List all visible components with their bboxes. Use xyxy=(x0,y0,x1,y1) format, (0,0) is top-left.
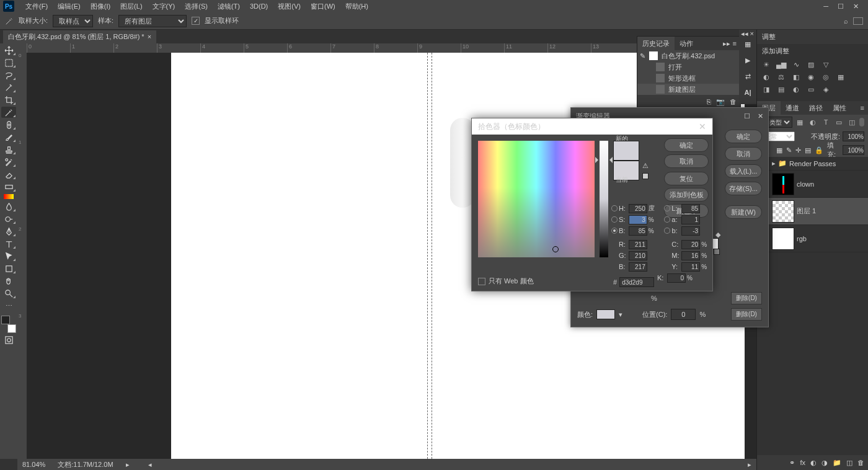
color-swatch[interactable] xyxy=(596,309,615,319)
ok-button[interactable]: 确定 xyxy=(725,130,762,143)
collapse-icon[interactable]: ◂◂ xyxy=(741,30,748,37)
blue-input[interactable] xyxy=(629,262,647,272)
show-ring-checkbox[interactable] xyxy=(192,17,200,25)
menu-edit[interactable]: 编辑(E) xyxy=(53,2,86,11)
layer-thumbnail[interactable] xyxy=(772,228,794,250)
layer-row-folder[interactable]: 👁 ▸ 📁 Render Passes xyxy=(757,157,868,171)
opacity-input[interactable] xyxy=(843,131,864,141)
adjustment-layer-icon[interactable]: ◑ xyxy=(822,459,828,467)
window-maximize[interactable]: ☐ xyxy=(838,2,844,11)
radio-l[interactable] xyxy=(664,205,670,211)
character-panel-icon[interactable]: A| xyxy=(739,84,756,100)
blur-tool[interactable] xyxy=(1,201,16,212)
chevron-right-icon[interactable]: ▸ xyxy=(126,461,130,469)
layer-name[interactable]: 图层 1 xyxy=(797,206,816,216)
ok-button[interactable]: 确定 xyxy=(664,138,709,152)
wand-tool[interactable] xyxy=(1,82,16,93)
stamp-tool[interactable] xyxy=(1,144,16,155)
lock-paint-icon[interactable]: ✎ xyxy=(786,146,792,154)
type-tool[interactable] xyxy=(1,238,16,249)
posterize-icon[interactable]: ▤ xyxy=(776,84,787,94)
chevron-right-icon[interactable]: ▸ xyxy=(772,159,776,167)
l-input[interactable] xyxy=(681,204,700,213)
healing-tool[interactable] xyxy=(1,119,16,130)
delete-button[interactable]: 删除(D) xyxy=(731,292,762,304)
layer-name[interactable]: rgb xyxy=(797,235,807,242)
color-swatches[interactable] xyxy=(1,316,16,333)
gradient-swatch[interactable] xyxy=(1,193,16,200)
close-icon[interactable]: × xyxy=(750,30,754,37)
scroll-right-icon[interactable]: ▸ xyxy=(748,461,751,469)
color-field[interactable] xyxy=(478,141,595,257)
quick-mask-toggle[interactable] xyxy=(1,334,16,345)
tab-adjustments[interactable]: 调整 xyxy=(757,30,868,44)
filter-smart-icon[interactable]: ◫ xyxy=(847,117,857,127)
crop-tool[interactable] xyxy=(1,94,16,105)
maximize-icon[interactable]: ☐ xyxy=(744,112,750,120)
path-select-tool[interactable] xyxy=(1,251,16,262)
new-layer-icon[interactable]: ◫ xyxy=(846,459,852,467)
guide-line[interactable] xyxy=(432,53,432,459)
y-input[interactable] xyxy=(681,262,700,272)
lab-b-input[interactable] xyxy=(681,226,700,236)
filter-type-icon[interactable]: T xyxy=(821,117,831,127)
tab-properties[interactable]: 属性 xyxy=(828,101,851,115)
window-close[interactable]: ✕ xyxy=(853,2,859,11)
pen-tool[interactable] xyxy=(1,226,16,237)
position-input[interactable] xyxy=(671,309,696,320)
lock-artboard-icon[interactable]: ▤ xyxy=(805,146,811,154)
history-step[interactable]: 新建图层 xyxy=(637,84,740,95)
sample-size-select[interactable]: 取样点 xyxy=(53,15,93,27)
menu-image[interactable]: 图像(I) xyxy=(86,2,115,11)
dodge-tool[interactable] xyxy=(1,213,16,224)
camera-icon[interactable]: 📷 xyxy=(716,98,725,106)
link-icon[interactable]: ⚭ xyxy=(789,459,795,467)
hue-icon[interactable]: ◐ xyxy=(761,72,772,82)
threshold-icon[interactable]: ◐ xyxy=(790,84,802,94)
eraser-tool[interactable] xyxy=(1,169,16,180)
ruler-origin[interactable] xyxy=(17,43,27,53)
cancel-button[interactable]: 取消 xyxy=(725,147,762,161)
new-button[interactable]: 新建(W) xyxy=(725,205,762,219)
m-input[interactable] xyxy=(681,251,700,260)
lock-position-icon[interactable]: ✛ xyxy=(795,146,801,154)
move-tool[interactable] xyxy=(1,45,16,56)
eyedropper-tool[interactable] xyxy=(1,107,16,118)
marquee-tool[interactable] xyxy=(1,57,16,68)
selective-color-icon[interactable]: ◈ xyxy=(820,84,831,94)
delete-layer-icon[interactable]: 🗑 xyxy=(857,459,864,466)
save-button[interactable]: 存储(S)... xyxy=(725,182,762,195)
h-input[interactable] xyxy=(629,204,647,213)
hand-tool[interactable] xyxy=(1,275,16,286)
filter-shape-icon[interactable]: ▭ xyxy=(834,117,844,127)
document-tab[interactable]: 白色牙刷.432.psd @ 81% (图层 1, RGB/8#) * × xyxy=(3,30,156,43)
window-minimize[interactable]: ─ xyxy=(823,2,828,11)
swatches-panel-icon[interactable]: ▦ xyxy=(739,36,756,52)
k-input[interactable] xyxy=(667,273,686,283)
collapse-icon[interactable]: ▸▸ xyxy=(723,40,730,48)
close-icon[interactable]: ✕ xyxy=(758,112,763,120)
layer-row[interactable]: 👁 rgb xyxy=(757,225,868,252)
photo-filter-icon[interactable]: ◉ xyxy=(805,72,817,82)
layer-row[interactable]: 👁 图层 1 xyxy=(757,198,868,225)
new-doc-icon[interactable]: ⎘ xyxy=(707,98,711,105)
layer-name[interactable]: Render Passes xyxy=(789,160,836,167)
more-tools[interactable]: ⋯ xyxy=(1,300,16,311)
load-button[interactable]: 载入(L)... xyxy=(725,164,762,178)
filter-toggle[interactable] xyxy=(859,118,864,126)
warning-icon[interactable]: ⚠ xyxy=(642,162,649,170)
web-safe-swatch[interactable] xyxy=(642,173,649,179)
invert-icon[interactable]: ◨ xyxy=(761,84,772,94)
gradient-map-icon[interactable]: ▭ xyxy=(805,84,817,94)
menu-layer[interactable]: 图层(L) xyxy=(115,2,147,11)
levels-icon[interactable]: ▄▆ xyxy=(776,60,787,69)
a-input[interactable] xyxy=(681,215,700,224)
history-snapshot[interactable]: ✎白色牙刷.432.psd xyxy=(637,50,740,61)
close-icon[interactable]: ✕ xyxy=(699,122,706,131)
menu-view[interactable]: 视图(V) xyxy=(273,2,306,11)
gradient-tool[interactable] xyxy=(1,181,16,192)
mask-icon[interactable]: ◐ xyxy=(810,459,817,467)
layer-name[interactable]: clown xyxy=(797,180,814,188)
lock-all-icon[interactable]: 🔒 xyxy=(815,146,823,154)
cancel-button[interactable]: 取消 xyxy=(664,154,709,168)
